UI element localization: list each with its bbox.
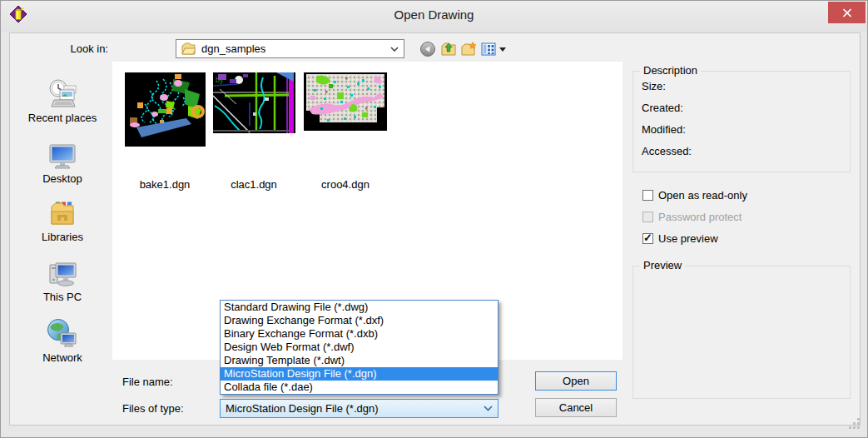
use-preview-checkbox[interactable]: Use preview xyxy=(642,232,718,245)
this-pc-icon xyxy=(46,258,79,289)
look-in-label: Look in: xyxy=(35,42,108,55)
open-drawing-dialog: Open Drawing Look in: dgn_samples xyxy=(0,0,868,438)
file-thumbnail: by xyxy=(213,72,295,133)
file-type-dropdown-list: Standard Drawing File (*.dwg) Drawing Ex… xyxy=(220,300,498,395)
file-name-label: croo4.dgn xyxy=(300,178,391,191)
sidebar-item-label: Desktop xyxy=(13,172,112,185)
file-name-label: bake1.dgn xyxy=(119,178,211,191)
file-name-field-label: File name: xyxy=(122,376,173,388)
desktop-icon xyxy=(46,140,79,171)
description-groupbox-title: Description xyxy=(640,64,701,77)
look-in-value: dgn_samples xyxy=(201,42,390,55)
new-folder-button[interactable] xyxy=(460,41,477,57)
folder-icon xyxy=(181,42,196,55)
page-title: Open Drawing xyxy=(1,7,867,22)
up-one-level-button[interactable] xyxy=(440,41,457,57)
resize-grip[interactable] xyxy=(849,418,861,430)
accessed-label: Accessed: xyxy=(642,145,692,157)
dropdown-item[interactable]: Collada file (*.dae) xyxy=(221,381,498,394)
sidebar-item-label: Network xyxy=(13,351,112,364)
dropdown-item[interactable]: Binary Exchange Format (*.dxb) xyxy=(221,327,498,341)
view-menu-caret-icon xyxy=(499,47,506,52)
file-item-croo4[interactable]: croo4.dgn xyxy=(300,72,391,206)
description-groupbox: Description Size: Created: Modified: Acc… xyxy=(632,71,851,172)
files-of-type-combobox[interactable]: MicroStation Design File (*.dgn) xyxy=(220,399,498,418)
files-of-type-field-label: Files of type: xyxy=(122,402,184,415)
dropdown-item[interactable]: Design Web Format (*.dwf) xyxy=(221,341,498,354)
sidebar-item-this-pc[interactable]: This PC xyxy=(13,258,112,303)
file-name-label: clac1.dgn xyxy=(208,178,300,191)
sidebar-item-label: Recent places xyxy=(13,112,112,124)
checkbox-icon xyxy=(642,212,653,222)
chevron-down-icon xyxy=(390,47,399,52)
sidebar-item-network[interactable]: Network xyxy=(13,318,112,364)
sidebar-item-label: This PC xyxy=(13,291,112,303)
created-label: Created: xyxy=(642,102,683,114)
preview-groupbox-title: Preview xyxy=(640,259,685,271)
libraries-icon xyxy=(46,197,79,229)
back-button[interactable] xyxy=(419,41,436,57)
network-icon xyxy=(46,318,79,350)
file-item-clac1[interactable]: by xyxy=(208,72,300,206)
sidebar-item-recent-places[interactable]: Recent places xyxy=(13,78,112,124)
modified-label: Modified: xyxy=(642,123,686,136)
view-menu-icon xyxy=(481,42,496,57)
title-bar: Open Drawing xyxy=(1,1,867,32)
dropdown-item[interactable]: Standard Drawing File (*.dwg) xyxy=(221,301,498,314)
checkbox-icon xyxy=(642,233,653,244)
checkbox-label: Open as read-only xyxy=(658,189,747,202)
dialog-client-area: Look in: dgn_samples xyxy=(9,32,861,426)
dropdown-item-selected[interactable]: MicroStation Design File (*.dgn) xyxy=(221,367,498,381)
checkbox-label: Use preview xyxy=(658,232,718,245)
file-thumbnail xyxy=(304,72,387,131)
size-label: Size: xyxy=(642,80,666,92)
file-item-bake1[interactable]: bake1.dgn xyxy=(119,72,211,206)
recent-places-icon xyxy=(46,78,79,110)
preview-groupbox: Preview xyxy=(632,266,851,399)
sidebar-item-desktop[interactable]: Desktop xyxy=(13,140,112,185)
dropdown-item[interactable]: Drawing Exchange Format (*.dxf) xyxy=(221,314,498,327)
sidebar-item-libraries[interactable]: Libraries xyxy=(13,197,112,243)
files-of-type-value: MicroStation Design File (*.dgn) xyxy=(226,402,484,415)
open-as-read-only-checkbox[interactable]: Open as read-only xyxy=(642,189,747,202)
cancel-button[interactable]: Cancel xyxy=(535,398,617,417)
view-menu-button[interactable] xyxy=(481,41,508,57)
checkbox-label: Password protect xyxy=(658,211,742,223)
close-button[interactable] xyxy=(828,2,866,23)
open-button[interactable]: Open xyxy=(535,371,617,391)
chevron-down-icon xyxy=(484,406,493,411)
checkbox-icon xyxy=(642,190,653,201)
password-protect-checkbox: Password protect xyxy=(642,211,742,223)
close-icon xyxy=(842,8,852,17)
look-in-combobox[interactable]: dgn_samples xyxy=(176,39,404,58)
sidebar-item-label: Libraries xyxy=(13,231,112,243)
dropdown-item[interactable]: Drawing Template (*.dwt) xyxy=(221,354,498,367)
file-thumbnail xyxy=(125,72,206,147)
